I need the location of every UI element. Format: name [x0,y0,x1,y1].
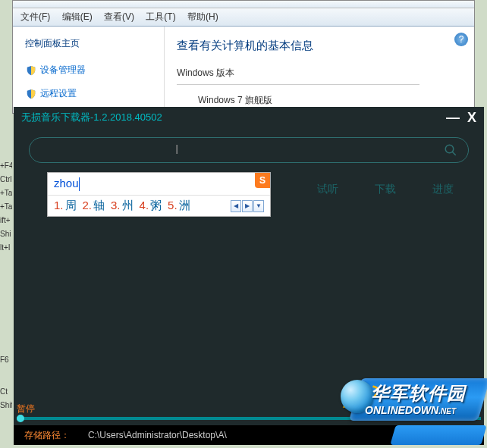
save-path-bar: 存储路径： C:\Users\Administrator\Desktop\A\ [14,425,484,445]
sidebar-item-device-manager[interactable]: 设备管理器 [20,64,156,77]
ime-input: zhou S [48,173,270,196]
ime-candidate-5[interactable]: 5.洲 [168,199,190,213]
divider [177,84,419,85]
music-downloader-window: 无损音乐下载器-1.2.2018.40502 — X I 试听 下载 进度 zh… [14,107,484,445]
control-panel-window: 文件(F) 编辑(E) 查看(V) 工具(T) 帮助(H) 控制面板主页 设备管… [12,0,475,114]
help-icon[interactable]: ? [454,33,468,46]
ime-candidate-panel: zhou S 1.周 2.轴 3.州 4.粥 5.洲 ◀ ▶ ▼ [47,172,271,217]
svg-line-1 [452,152,456,155]
svg-point-0 [445,145,454,153]
sidebar-title: 控制面板主页 [20,37,156,50]
ime-prev-page-icon[interactable]: ◀ [231,200,241,212]
shortcut-hints-fragment: +F4 Ctrl +Ta +Ta ift+ Shi lt+I F6 Ct Shi… [0,159,12,412]
sidebar: 控制面板主页 设备管理器 远程设置 [13,27,165,111]
main-content: ? 查看有关计算机的基本信息 Windows 版本 Windows 7 旗舰版 [165,27,474,111]
text-cursor-icon: I [175,143,178,157]
sidebar-item-label: 远程设置 [40,87,77,100]
search-icon[interactable] [444,143,457,157]
app-titlebar[interactable]: 无损音乐下载器-1.2.2018.40502 — X [14,107,484,128]
shield-icon [25,88,37,100]
sidebar-item-label: 设备管理器 [40,64,86,77]
menu-help[interactable]: 帮助(H) [187,11,218,22]
close-button[interactable]: X [467,110,476,126]
menu-tools[interactable]: 工具(T) [146,11,175,22]
search-input[interactable] [40,145,444,156]
progress-slider[interactable] [17,417,481,420]
menu-view[interactable]: 查看(V) [104,11,134,22]
sogou-logo-icon: S [255,173,270,188]
sidebar-item-remote-settings[interactable]: 远程设置 [20,87,156,100]
player-bar: 暂停 [14,403,484,424]
section-label: Windows 版本 [177,67,462,81]
ime-candidate-2[interactable]: 2.轴 [83,199,105,213]
window-toolbar [13,1,474,8]
ime-candidate-list: 1.周 2.轴 3.州 4.粥 5.洲 ◀ ▶ ▼ [48,196,270,216]
page-title: 查看有关计算机的基本信息 [177,39,462,53]
minimize-button[interactable]: — [446,110,458,126]
ime-candidate-1[interactable]: 1.周 [54,199,77,213]
menu-file[interactable]: 文件(F) [20,11,50,22]
app-title: 无损音乐下载器-1.2.2018.40502 [21,111,162,124]
pause-label: 暂停 [14,403,484,415]
windows-version-value: Windows 7 旗舰版 [177,94,462,107]
search-box[interactable]: I [29,137,469,163]
download-button[interactable]: 下载 [375,183,396,196]
ime-next-page-icon[interactable]: ▶ [242,200,253,212]
save-path-value[interactable]: C:\Users\Administrator\Desktop\A\ [88,430,227,440]
menu-bar: 文件(F) 编辑(E) 查看(V) 工具(T) 帮助(H) [13,8,474,27]
save-path-label: 存储路径： [24,429,70,442]
progress-button[interactable]: 进度 [432,183,454,196]
ime-candidate-4[interactable]: 4.粥 [140,199,162,213]
slider-thumb[interactable] [17,415,24,422]
ime-dropdown-icon[interactable]: ▼ [253,200,264,212]
action-row: 试听 下载 进度 [317,183,454,196]
menu-edit[interactable]: 编辑(E) [62,11,93,22]
shield-icon [25,64,37,77]
ime-candidate-3[interactable]: 3.州 [111,199,134,213]
preview-button[interactable]: 试听 [317,183,338,196]
